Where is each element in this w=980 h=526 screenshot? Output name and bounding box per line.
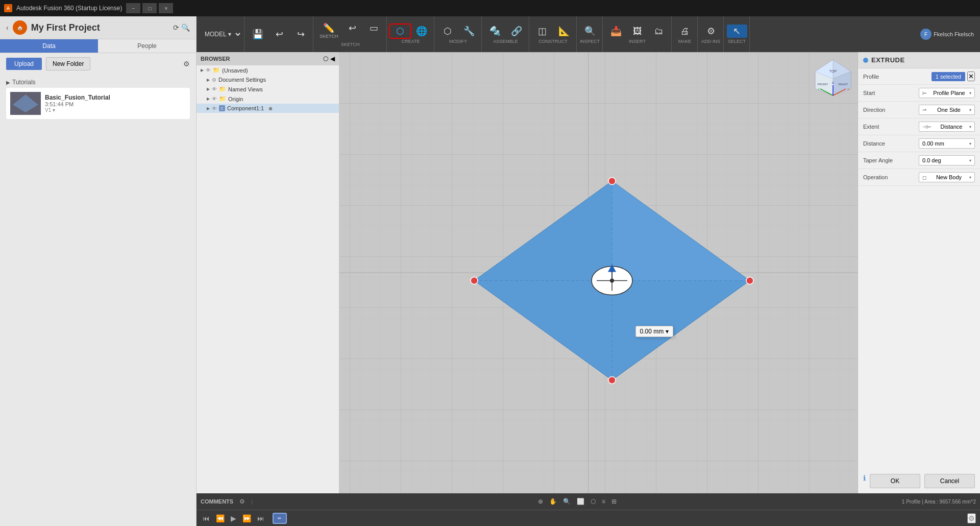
extrude-distance-input[interactable]: 0.00 mm ▾ [919,138,975,149]
extrude-extent-dropdown[interactable]: ⊣⊢ Distance ▾ [919,122,975,132]
extrude-operation-value: New Body [936,174,962,180]
browser-component[interactable]: ▶ 👁 C Component1:1 ⏺ [197,104,339,113]
modify-button[interactable]: ⬡ [437,25,458,38]
browser-item-label: (Unsaved) [222,67,248,74]
make-section: 🖨 MAKE [673,16,698,52]
svg-point-11 [608,178,616,185]
nav-cube[interactable]: TOP RIGHT FRONT X Y Z [813,57,853,98]
upload-button[interactable]: Upload [6,58,42,70]
select-button[interactable]: ↖ [727,25,747,38]
make-button[interactable]: 🖨 [675,25,695,38]
ok-button[interactable]: OK [870,474,920,488]
orbit-button[interactable]: ⊕ [536,497,545,506]
new-folder-button[interactable]: New Folder [46,57,90,70]
model-selector[interactable]: MODEL ▾ [201,29,242,39]
maximize-button[interactable]: □ [142,3,157,13]
toolbar: MODEL ▾ 💾 ↩ ↪ ✏️ SKETCH [197,16,980,52]
modify-push-button[interactable]: 🔧 [459,25,479,38]
back-button[interactable]: ‹ [6,23,9,32]
addins-section: ⚙ ADD-INS [699,16,724,52]
extrude-taper-label: Taper Angle [863,157,893,163]
timeline-settings-button[interactable]: ⚙ [967,513,976,523]
timeline-prev-button[interactable]: ⏪ [214,513,227,523]
display-settings-button[interactable]: ≡ [600,497,607,506]
sketch-button[interactable]: ✏️ SKETCH [316,21,341,41]
save-button[interactable]: 💾 [248,28,268,41]
sidebar: ‹ 🏠 My First Project ⟳ 🔍 Data People Upl… [0,16,197,526]
extrude-start-dropdown[interactable]: ⊢ Profile Plane ▾ [919,88,975,98]
extrude-operation-dropdown[interactable]: ◻ New Body ▾ [919,172,975,182]
refresh-button[interactable]: ⟳ [173,23,179,32]
insert-button[interactable]: 📥 [606,25,626,38]
info-icon[interactable]: ℹ [863,474,866,488]
tab-data[interactable]: Data [0,39,98,53]
user-profile[interactable]: F Fkelsch Fkelsch [920,29,974,40]
main-layout: ‹ 🏠 My First Project ⟳ 🔍 Data People Upl… [0,16,980,526]
modify-section: ⬡ 🔧 MODIFY [435,16,482,52]
direction-dropdown-arrow: ▾ [969,108,971,112]
select-label: SELECT [728,39,746,44]
browser-named-views[interactable]: ▶ 👁 📁 Named Views [197,84,339,94]
tutorial-info: Basic_Fusion_Tutorial 3:51:44 PM V1 ▾ [45,94,110,113]
sketch-section: ✏️ SKETCH ↩ ▭ SKETCH [314,16,387,52]
browser-panel: BROWSER ⬡ ◀ ▶ 👁 📁 (Unsaved) ▶ ⚙ Docum [197,52,339,493]
project-icon: 🏠 [13,20,27,35]
timeline-play-button[interactable]: ▶ [229,513,238,523]
svg-text:Z: Z [832,81,834,84]
tutorials-header[interactable]: ▶ Tutorials [6,79,190,86]
browser-expand-button[interactable]: ⬡ [323,55,328,62]
extrude-start-row: Start ⊢ Profile Plane ▾ [858,85,980,102]
redo-button[interactable]: ↪ [290,28,311,41]
search-button[interactable]: 🔍 [181,23,190,32]
construct-plane-button[interactable]: ◫ [532,25,553,38]
timeline: ⏮ ⏪ ▶ ⏩ ⏭ ✏ ⚙ [197,510,980,526]
extrude-direction-dropdown[interactable]: ⇀ One Side ▾ [919,105,975,115]
extrude-title: EXTRUDE [871,56,905,64]
operation-dropdown-arrow: ▾ [969,175,971,180]
extrude-distance-row: Distance 0.00 mm ▾ [858,135,980,152]
fit-button[interactable]: ⬜ [575,497,586,506]
minimize-button[interactable]: − [126,3,140,13]
sketch-stop-button[interactable]: ↩ [342,21,363,41]
addins-button[interactable]: ⚙ [701,25,721,38]
distance-dropdown-icon[interactable]: ▾ [666,328,669,335]
extrude-dot [863,58,868,63]
timeline-sketch-item[interactable]: ✏ [273,513,287,524]
svg-point-20 [610,279,614,283]
create-label: CREATE [402,39,420,44]
browser-collapse-button[interactable]: ◀ [330,55,335,62]
profile-selected-button[interactable]: 1 selected [932,72,965,81]
browser-doc-settings[interactable]: ▶ ⚙ Document Settings [197,75,339,84]
comments-settings-button[interactable]: ⚙ [237,497,247,506]
sketch-profile-button[interactable]: ▭ [364,21,384,41]
inspect-button[interactable]: 🔍 [580,25,600,38]
viewport[interactable]: 0.00 mm ▾ BROWSER ⬡ ◀ ▶ 👁 📁 (Unsaved [197,52,980,493]
extrude-button[interactable]: ⬡ [390,25,410,38]
profile-clear-button[interactable]: ✕ [967,71,975,81]
insert-img-button[interactable]: 🖼 [627,25,648,38]
timeline-start-button[interactable]: ⏮ [201,513,212,523]
assemble-button[interactable]: 🔩 [485,25,505,38]
close-button[interactable]: × [159,3,173,13]
view-cube-button[interactable]: ⬡ [589,497,598,506]
tab-people[interactable]: People [98,39,196,53]
settings-button[interactable]: ⚙ [183,60,190,68]
extrude-taper-input[interactable]: 0.0 deg ▾ [919,155,975,165]
zoom-button[interactable]: 🔍 [561,497,573,506]
svg-text:X: X [847,88,849,91]
browser-root-item[interactable]: ▶ 👁 📁 (Unsaved) [197,65,339,75]
sidebar-header-controls: ⟳ 🔍 [173,23,190,32]
undo-button[interactable]: ↩ [269,28,289,41]
extrude-actions: ℹ OK Cancel [858,469,980,493]
grid-settings-button[interactable]: ⊞ [609,497,619,506]
cancel-button[interactable]: Cancel [924,474,975,488]
insert-canvas-button[interactable]: 🗂 [649,25,669,38]
pan-button[interactable]: ✋ [547,497,559,506]
tutorial-item[interactable]: Basic_Fusion_Tutorial 3:51:44 PM V1 ▾ [6,88,190,119]
browser-origin[interactable]: ▶ 👁 📁 Origin [197,94,339,104]
create-more-button[interactable]: 🌐 [411,25,432,38]
construct-axis-button[interactable]: 📐 [554,25,574,38]
timeline-next-button[interactable]: ⏩ [240,513,253,523]
timeline-end-button[interactable]: ⏭ [255,513,266,523]
assemble-joint-button[interactable]: 🔗 [506,25,527,38]
